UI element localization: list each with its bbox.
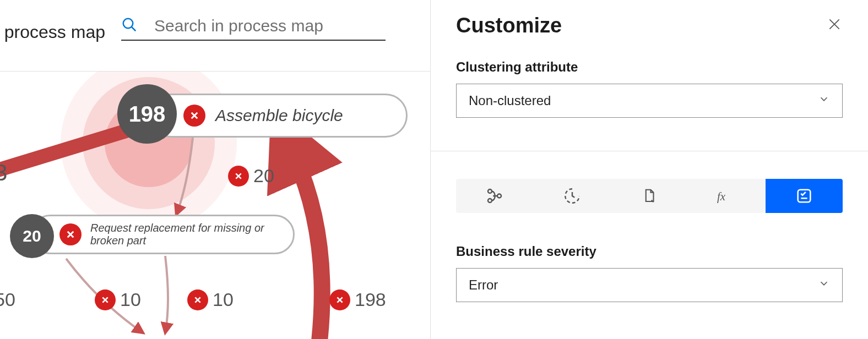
tab-time[interactable] — [533, 179, 610, 213]
clustering-label: Clustering attribute — [456, 59, 843, 75]
edge-marker: 20 — [228, 165, 274, 187]
severity-label: Business rule severity — [456, 244, 843, 259]
tab-file[interactable] — [611, 179, 688, 213]
edge-marker: 10 — [187, 289, 234, 310]
error-icon — [59, 223, 82, 245]
svg-line-1 — [132, 27, 136, 31]
panel-title: Customize — [456, 14, 562, 37]
severity-value: Error — [469, 277, 498, 293]
clustering-value: Non-clustered — [469, 93, 551, 108]
node-label: Request replacement for missing or broke… — [90, 222, 293, 247]
svg-rect-6 — [798, 190, 810, 203]
severity-select[interactable]: Error — [456, 268, 843, 302]
svg-point-3 — [488, 199, 492, 203]
close-button[interactable] — [826, 17, 843, 35]
process-canvas[interactable]: 198 Assemble bicycle 20 Request replacem… — [0, 72, 431, 339]
edge-marker: 10 — [95, 289, 141, 310]
svg-point-0 — [123, 19, 133, 29]
node-count: 198 — [117, 84, 177, 144]
panel-divider — [431, 151, 868, 151]
search-field[interactable] — [121, 17, 386, 41]
node-label: Assemble bicycle — [215, 106, 343, 125]
search-input[interactable] — [154, 17, 386, 35]
view-tab-strip: fx — [456, 179, 843, 213]
chevron-down-icon — [818, 93, 830, 108]
node-assemble-bicycle[interactable]: 198 Assemble bicycle — [149, 94, 408, 138]
tab-fx[interactable]: fx — [688, 179, 765, 213]
customize-panel: Customize Clustering attribute Non-clust… — [431, 0, 868, 339]
svg-text:fx: fx — [717, 190, 726, 203]
tab-process-map[interactable]: t process map — [0, 22, 105, 42]
edge-marker: 3 — [0, 160, 7, 186]
node-count: 20 — [10, 214, 54, 258]
tab-rules[interactable] — [766, 179, 843, 213]
panel-header: Customize — [456, 14, 843, 37]
search-icon — [121, 17, 138, 35]
process-map-pane: t process map — [0, 0, 431, 339]
svg-point-4 — [497, 194, 501, 198]
tab-branches[interactable] — [456, 179, 533, 213]
edge-marker: 198 — [329, 289, 386, 310]
edge-marker: 50 — [0, 289, 15, 310]
chevron-down-icon — [818, 277, 830, 293]
svg-point-2 — [488, 189, 492, 193]
clustering-select[interactable]: Non-clustered — [456, 84, 843, 118]
error-icon — [183, 105, 205, 127]
node-request-replacement[interactable]: 20 Request replacement for missing or br… — [30, 215, 295, 254]
top-bar: t process map — [0, 0, 430, 72]
